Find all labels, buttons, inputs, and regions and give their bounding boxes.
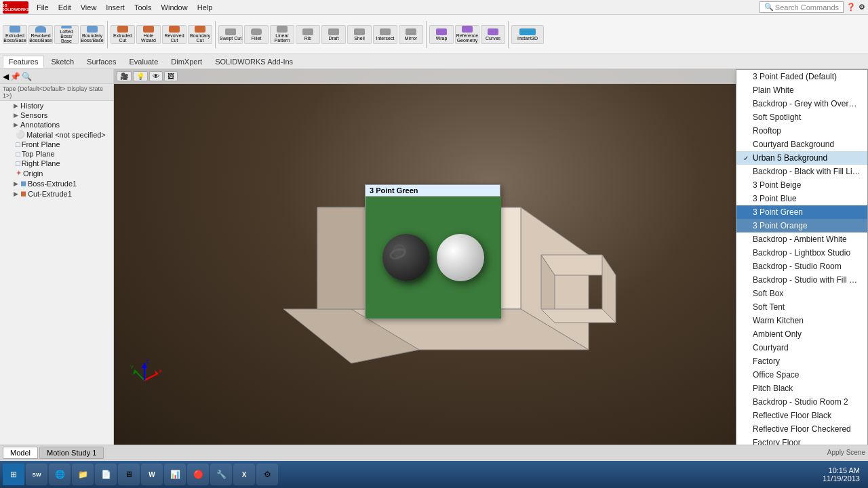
- menu-window[interactable]: Window: [157, 2, 192, 13]
- toolbar-draft[interactable]: Draft: [321, 25, 346, 44]
- sidebar-item-right-plane[interactable]: □ Right Plane: [0, 159, 113, 168]
- dropdown-item-factory-floor[interactable]: Factory Floor: [736, 436, 867, 445]
- dropdown-item-backdrop-studio-room2[interactable]: Backdrop - Studio Room 2: [736, 395, 867, 409]
- tab-motion-study[interactable]: Motion Study 1: [39, 447, 104, 459]
- taskbar-app10[interactable]: ⚙: [256, 464, 278, 485]
- dropdown-item-soft-box[interactable]: Soft Box: [736, 287, 867, 300]
- menu-file[interactable]: File: [33, 2, 53, 13]
- viewport[interactable]: 🎥 💡 👁 🖼 ⊞ ⚙: [114, 69, 868, 445]
- taskbar-excel[interactable]: X: [233, 464, 255, 485]
- sidebar-pin-icon[interactable]: 📌: [10, 72, 20, 81]
- dropdown-item-rooftop[interactable]: Rooftop: [736, 124, 867, 138]
- toolbar-mirror[interactable]: Mirror: [399, 25, 423, 44]
- dropdown-item-3-point-green[interactable]: 3 Point Green: [736, 205, 867, 219]
- sidebar-item-top-plane[interactable]: □ Top Plane: [0, 149, 113, 159]
- dropdown-item-urban-5[interactable]: ✓Urban 5 Background: [736, 151, 867, 165]
- dropdown-item-courtyard[interactable]: Courtyard: [736, 341, 867, 354]
- vp-render-btn[interactable]: 🖼: [164, 71, 178, 81]
- toolbar-reference-geometry[interactable]: ReferenceGeometry: [455, 25, 479, 44]
- sidebar-item-history[interactable]: ▶ History: [0, 101, 113, 110]
- dropdown-item-reflective-floor-black[interactable]: Reflective Floor Black: [736, 409, 867, 422]
- toolbar-lofted-boss[interactable]: Lofted Boss/Base: [54, 25, 79, 44]
- toolbar-curves[interactable]: Curves: [481, 25, 505, 44]
- sidebar-item-sensors[interactable]: ▶ Sensors: [0, 110, 113, 120]
- svg-text:Y: Y: [130, 364, 134, 370]
- dropdown-item-courtyard-bg[interactable]: Courtyard Background: [736, 138, 867, 151]
- toolbar-boundary-cut[interactable]: BoundaryCut: [188, 25, 212, 44]
- taskbar-app6[interactable]: 📊: [164, 464, 186, 485]
- toolbar-revolved-boss[interactable]: RevolvedBoss/Base: [28, 25, 53, 44]
- taskbar-app4[interactable]: 🖥: [118, 464, 140, 485]
- dropdown-item-soft-tent[interactable]: Soft Tent: [736, 300, 867, 314]
- tab-addins[interactable]: SOLIDWORKS Add-Ins: [209, 56, 299, 68]
- dropdown-item-3-point-blue[interactable]: 3 Point Blue: [736, 192, 867, 205]
- menu-help[interactable]: Help: [193, 2, 217, 13]
- menu-view[interactable]: View: [77, 2, 101, 13]
- toolbar-shell[interactable]: Shell: [347, 25, 372, 44]
- menu-edit[interactable]: Edit: [54, 2, 75, 13]
- toolbar-boundary-boss[interactable]: BoundaryBoss/Base: [80, 25, 104, 44]
- dropdown-item-backdrop-ambient-white[interactable]: Backdrop - Ambient White: [736, 232, 867, 246]
- toolbar-rib[interactable]: Rib: [296, 25, 320, 44]
- dropdown-item-backdrop-black[interactable]: Backdrop - Black with Fill Lights: [736, 165, 867, 178]
- tab-features[interactable]: Features: [3, 56, 44, 68]
- toolbar-linear-pattern[interactable]: LinearPattern: [270, 25, 294, 44]
- search-box[interactable]: 🔍 Search Commands: [760, 1, 844, 13]
- taskbar-app7[interactable]: 🔴: [187, 464, 209, 485]
- sidebar-search-icon[interactable]: 🔍: [22, 72, 32, 81]
- menu-tools[interactable]: Tools: [130, 2, 156, 13]
- taskbar-solidworks[interactable]: SW: [26, 464, 47, 485]
- dropdown-item-soft-spotlight[interactable]: Soft Spotlight: [736, 110, 867, 124]
- start-button[interactable]: ⊞: [3, 464, 24, 485]
- dropdown-item-backdrop-grey[interactable]: Backdrop - Grey with Overhead Light: [736, 97, 867, 110]
- dropdown-item-3-point-beige[interactable]: 3 Point Beige: [736, 178, 867, 192]
- toolbar-intersect[interactable]: Intersect: [373, 25, 397, 44]
- dropdown-item-backdrop-lightbox[interactable]: Backdrop - Lightbox Studio: [736, 246, 867, 260]
- taskbar-ie[interactable]: 🌐: [49, 464, 71, 485]
- toolbar-fillet[interactable]: Fillet: [244, 25, 269, 44]
- toolbar-extruded-boss[interactable]: ExtrudedBoss/Base: [3, 25, 27, 44]
- vp-hide-btn[interactable]: 👁: [149, 71, 163, 81]
- toolbar-instant3d[interactable]: Instant3D: [511, 25, 544, 44]
- taskbar-folder[interactable]: 📁: [72, 464, 94, 485]
- dropdown-item-reflective-floor-checked[interactable]: Reflective Floor Checkered: [736, 422, 867, 436]
- dropdown-item-backdrop-studio-room[interactable]: Backdrop - Studio Room: [736, 260, 867, 273]
- toolbar-revolved-cut[interactable]: RevolvedCut: [162, 25, 186, 44]
- dropdown-item-3-point-faded[interactable]: 3 Point Faded (Default): [736, 70, 867, 83]
- scene-dropdown-menu[interactable]: 3 Point Faded (Default) Plain White Back…: [736, 69, 868, 445]
- taskbar-app8[interactable]: 🔧: [210, 464, 232, 485]
- sidebar-collapse-icon[interactable]: ◀: [3, 72, 9, 81]
- svg-text:X: X: [159, 368, 161, 374]
- menu-insert[interactable]: Insert: [102, 2, 129, 13]
- tab-model[interactable]: Model: [3, 447, 38, 459]
- dropdown-item-backdrop-studio-fill[interactable]: Backdrop - Studio with Fill Lights: [736, 273, 867, 287]
- vp-display-btn[interactable]: 💡: [133, 71, 148, 81]
- dropdown-item-warm-kitchen[interactable]: Warm Kitchen: [736, 314, 867, 327]
- toolbar-extruded-cut[interactable]: ExtrudedCut: [111, 25, 135, 44]
- dropdown-item-factory[interactable]: Factory: [736, 354, 867, 368]
- taskbar-app3[interactable]: 📄: [95, 464, 117, 485]
- sidebar-item-boss-extrude[interactable]: ▶ ◼ Boss-Extrude1: [0, 178, 113, 188]
- dropdown-item-ambient-only[interactable]: Ambient Only: [736, 327, 867, 341]
- tab-sketch[interactable]: Sketch: [45, 56, 80, 68]
- dropdown-item-3-point-orange[interactable]: 3 Point Orange: [736, 219, 867, 232]
- help-icon[interactable]: ❓: [846, 3, 856, 12]
- taskbar-word[interactable]: W: [141, 464, 163, 485]
- toolbar-swept-cut[interactable]: Swept Cut: [218, 25, 243, 44]
- toolbar-wrap[interactable]: Wrap: [429, 25, 454, 44]
- dropdown-item-pitch-black[interactable]: Pitch Black: [736, 382, 867, 395]
- sidebar-item-material[interactable]: ⚪ Material <not specified>: [0, 129, 113, 140]
- dropdown-item-office-space[interactable]: Office Space: [736, 368, 867, 382]
- dropdown-item-plain-white[interactable]: Plain White: [736, 83, 867, 97]
- tab-evaluate[interactable]: Evaluate: [123, 56, 164, 68]
- sidebar-item-front-plane[interactable]: □ Front Plane: [0, 140, 113, 149]
- sidebar-item-origin[interactable]: ✦ Origin: [0, 168, 113, 178]
- tab-surfaces[interactable]: Surfaces: [81, 56, 122, 68]
- tab-dimxpert[interactable]: DimXpert: [165, 56, 208, 68]
- sidebar-item-cut-extrude[interactable]: ▶ ◼ Cut-Extrude1: [0, 188, 113, 199]
- toolbar-hole-wizard[interactable]: HoleWizard: [136, 25, 161, 44]
- vp-view-btn[interactable]: 🎥: [117, 71, 132, 81]
- sidebar-item-annotations[interactable]: ▶ Annotations: [0, 120, 113, 129]
- main-toolbar: ExtrudedBoss/Base RevolvedBoss/Base Loft…: [0, 15, 868, 54]
- options-icon[interactable]: ⚙: [859, 3, 865, 12]
